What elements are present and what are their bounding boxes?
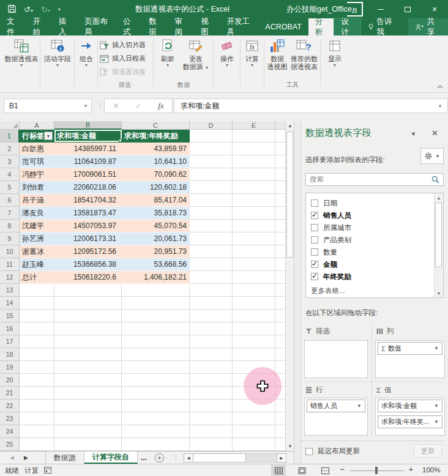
field-list-scrollbar[interactable]: ▲ ▼ [434,193,443,297]
field-checkbox[interactable] [311,261,318,268]
pane-close-icon[interactable]: ✕ [431,128,438,138]
field-item[interactable]: 金额 [306,258,443,270]
row-header-10[interactable]: 10 [0,245,20,258]
menu-tab[interactable]: 数据 [142,18,168,35]
menu-tab[interactable]: 文件 [0,18,26,35]
menu-tab[interactable]: 页面布局 [78,18,116,35]
collapse-ribbon-icon[interactable] [437,82,443,91]
field-checkbox[interactable] [311,273,318,280]
grid-cell[interactable] [275,168,285,181]
grid-cell[interactable] [233,284,275,297]
area-pill[interactable]: 求和项:年终奖...▼ [378,415,442,428]
grid-cell[interactable] [20,310,54,322]
row-header-16[interactable]: 16 [0,322,20,335]
grid-cell[interactable] [190,387,233,400]
menu-tab[interactable]: 审阅 [168,18,194,35]
pivot-header-cell[interactable]: 行标签▼ [20,130,54,143]
grid-cell[interactable] [190,181,233,194]
field-checkbox[interactable] [311,236,318,244]
area-pill[interactable]: 求和项:金额▼ [378,400,442,412]
grid-cell[interactable]: 20,061.73 [122,232,190,245]
cancel-entry-icon[interactable]: ✕ [113,102,119,110]
grid-cell[interactable]: 150618220.6 [54,271,122,284]
grid-cell[interactable] [54,374,122,387]
zoom-in-button[interactable]: + [409,466,413,473]
row-header-7[interactable]: 7 [0,207,20,220]
pivotchart-button[interactable]: 数据透视图 [266,39,289,71]
grid-cell[interactable] [54,361,122,374]
row-header-23[interactable]: 23 [0,412,20,425]
grid-cell[interactable] [54,412,122,425]
menu-tab[interactable]: 开始 [26,18,51,35]
grid-cell[interactable] [190,271,233,284]
grid-cell[interactable] [122,335,190,348]
grid-cell[interactable] [122,387,190,400]
share-button[interactable]: 共享 [408,18,448,35]
grid-cell[interactable] [275,348,285,361]
grid-cell[interactable]: 20,951.73 [122,245,190,258]
grid-cell[interactable] [275,258,285,271]
grid-cell[interactable] [233,348,275,361]
grid-cell[interactable] [275,245,285,258]
grid-cell[interactable] [190,374,233,387]
field-item[interactable]: 所属城市 [306,221,443,234]
grid-cell[interactable] [20,284,54,297]
grid-cell[interactable] [122,348,190,361]
undo-icon[interactable]: ↺▾ [24,6,33,13]
grid-cell[interactable] [54,297,122,310]
grid-cell[interactable] [233,271,275,284]
grid-cell[interactable] [190,258,233,271]
grid-cell[interactable] [54,335,122,348]
menu-tab[interactable]: 分析 [308,18,334,35]
row-header-2[interactable]: 2 [0,143,20,155]
save-icon[interactable] [8,5,16,14]
pill-chevron-icon[interactable]: ▼ [357,403,362,409]
grid-cell[interactable] [275,130,285,143]
grid-cell[interactable] [20,400,54,412]
grid-cell[interactable] [233,143,275,155]
page-break-view-button[interactable] [318,465,332,476]
pill-chevron-icon[interactable]: ▼ [434,419,439,425]
more-tables-link[interactable]: 更多表格... [311,286,345,296]
grid-cell[interactable] [190,438,233,451]
grid-cell[interactable] [20,361,54,374]
grid-cell[interactable] [122,361,190,374]
grid-cell[interactable] [54,425,122,438]
grid-cell[interactable]: 35,818.73 [122,207,190,220]
grid-cell[interactable]: 70,090.62 [122,168,190,181]
vertical-scrollbar[interactable]: ▲ ▼ [285,121,294,451]
grid-cell[interactable] [122,412,190,425]
field-search-input[interactable]: 搜索 [305,173,444,186]
grid-cell[interactable] [190,425,233,438]
pivot-header-cell[interactable]: 求和项:年终奖励 [122,130,190,143]
grid-cell[interactable] [233,425,275,438]
sheet-tab-datasource[interactable]: 数据源 [45,452,84,464]
rows-area-box[interactable]: 销售人员▼ [304,398,368,436]
grid-cell[interactable] [54,387,122,400]
grid-cell[interactable] [54,284,122,297]
grid-cell[interactable] [54,400,122,412]
horizontal-scrollbar[interactable]: ◀ [184,453,277,463]
grid-cell[interactable] [233,258,275,271]
column-header-A[interactable]: A [20,121,54,130]
grid-cell[interactable] [275,297,285,310]
minimize-button[interactable] [367,0,394,18]
actions-button[interactable]: 操作▼ [215,39,239,67]
row-header-18[interactable]: 18 [0,348,20,361]
grid-cell[interactable] [233,245,275,258]
grid-cell[interactable] [190,168,233,181]
grid-cell[interactable] [190,310,233,322]
row-header-12[interactable]: 12 [0,271,20,284]
grid-cell[interactable]: 17009061.51 [54,168,122,181]
scroll-down-icon[interactable]: ▼ [435,289,443,297]
grid-cell[interactable] [54,322,122,335]
column-header-B[interactable]: B [54,121,122,130]
grid-cell[interactable]: 潘友良 [20,207,54,220]
grid-cell[interactable] [190,232,233,245]
defer-layout-update[interactable]: 延迟布局更新 [305,447,360,456]
row-header-8[interactable]: 8 [0,220,20,232]
grid-cell[interactable]: 12006173.31 [54,232,122,245]
menu-tab[interactable]: 视图 [194,18,220,35]
row-header-20[interactable]: 20 [0,374,20,387]
grid-cell[interactable] [275,207,285,220]
